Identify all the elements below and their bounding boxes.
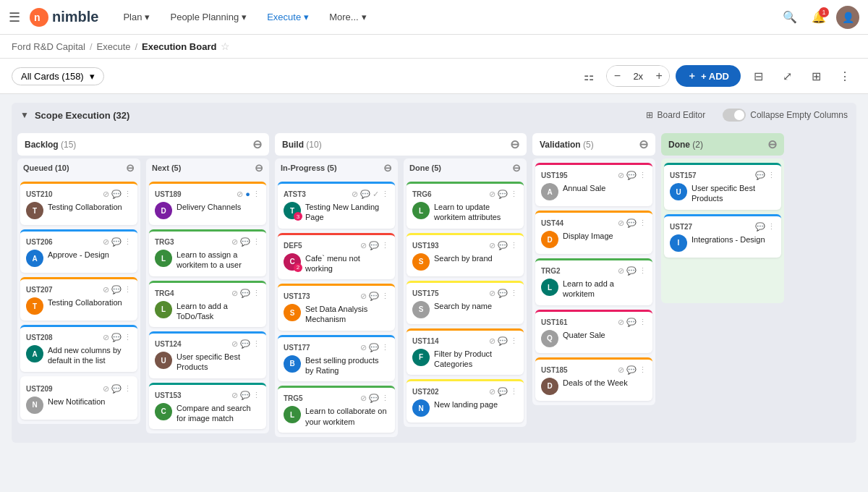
- breadcrumb-ford[interactable]: Ford R&D Capital: [12, 41, 85, 52]
- card-UST195[interactable]: UST195 ⊘ 💬 ⋮ A Annual Sale: [535, 163, 652, 206]
- next-collapse-icon[interactable]: ⊖: [255, 162, 263, 174]
- card-UST208[interactable]: UST208 ⊘ 💬 ⋮ A Add new columns by defaul…: [20, 325, 137, 372]
- collapse-empty-toggle[interactable]: Collapse Empty Columns: [723, 109, 848, 122]
- card-TRG4[interactable]: TRG4 ⊘ 💬 ⋮ L Learn to add a ToDo/Task: [149, 281, 266, 328]
- nav-people-planning[interactable]: People Planning ▾: [163, 7, 254, 27]
- more-icon[interactable]: ⋮: [639, 318, 647, 327]
- zoom-out-button[interactable]: −: [607, 66, 627, 86]
- more-icon[interactable]: ⋮: [639, 365, 647, 375]
- done-build-collapse-icon[interactable]: ⊖: [512, 162, 521, 174]
- card-UST202[interactable]: UST202 ⊘ 💬 ⋮ N New landing page: [407, 379, 524, 423]
- breadcrumb-execution-board[interactable]: Execution Board: [142, 41, 216, 52]
- card-UST44[interactable]: UST44 ⊘ 💬 ⋮ D Display Image: [535, 211, 652, 254]
- card-UST193[interactable]: UST193 ⊘ 💬 ⋮ S Search by brand: [407, 233, 524, 276]
- card-icons: ⊘ 💬 ⋮: [618, 365, 647, 375]
- card-title: New Notification: [48, 396, 105, 407]
- done-collapse-icon[interactable]: ⊖: [767, 137, 777, 151]
- more-icon[interactable]: ⋮: [767, 222, 775, 232]
- done-label: Done (2): [668, 140, 703, 150]
- more-icon[interactable]: ⋮: [381, 241, 389, 250]
- more-icon[interactable]: ⋮: [252, 391, 260, 400]
- more-icon[interactable]: ⋮: [252, 289, 260, 298]
- card-UST189[interactable]: UST189 ⊘ ● ⋮ D Delivery Channels: [149, 182, 266, 225]
- more-options-button[interactable]: ⋮: [833, 64, 856, 88]
- user-avatar[interactable]: 👤: [836, 6, 859, 29]
- cards-filter-dropdown[interactable]: All Cards (158) ▾: [12, 67, 104, 85]
- card-title: Search by name: [434, 301, 492, 311]
- in-progress-column: In-Progress (5) ⊖ ATST3 ⊘ 💬 ✓ ⋮: [275, 158, 398, 437]
- card-UST114[interactable]: UST114 ⊘ 💬 ⋮ F Filter by Product Categor…: [407, 328, 524, 376]
- card-ATST3[interactable]: ATST3 ⊘ 💬 ✓ ⋮ T: [278, 182, 395, 229]
- block-icon: ⊘: [489, 241, 495, 250]
- breadcrumb-execute[interactable]: Execute: [97, 41, 131, 52]
- hamburger-icon[interactable]: ☰: [9, 9, 20, 25]
- card-UST124[interactable]: UST124 ⊘ 💬 ⋮ U User specific Best Produc…: [149, 331, 266, 378]
- card-UST27[interactable]: UST27 💬 ⋮ I Integrations - Design: [664, 214, 781, 258]
- more-icon[interactable]: ⋮: [767, 171, 775, 180]
- board-editor-button[interactable]: ⊞ Board Editor: [646, 110, 706, 120]
- more-icon[interactable]: ⋮: [510, 241, 518, 250]
- more-icon[interactable]: ⋮: [381, 343, 389, 352]
- card-UST207[interactable]: UST207 ⊘ 💬 ⋮ T Testing Collaboration: [20, 277, 137, 321]
- card-id: UST207: [26, 286, 53, 294]
- more-icon[interactable]: ⋮: [381, 292, 389, 301]
- card-UST209[interactable]: UST209 ⊘ 💬 ⋮ N New Notification: [20, 376, 137, 420]
- card-title: Display Image: [563, 231, 613, 241]
- more-icon[interactable]: ⋮: [639, 171, 647, 180]
- more-icon[interactable]: ⋮: [124, 285, 132, 294]
- card-UST157[interactable]: UST157 💬 ⋮ U User specific Best Products: [664, 163, 781, 210]
- collapse-toggle-switch[interactable]: [723, 109, 746, 122]
- queued-collapse-icon[interactable]: ⊖: [126, 162, 135, 174]
- backlog-collapse-icon[interactable]: ⊖: [252, 137, 262, 151]
- card-TRG3[interactable]: TRG3 ⊘ 💬 ⋮ L Learn to assign a workitem …: [149, 229, 266, 276]
- search-button[interactable]: 🔍: [778, 6, 801, 29]
- card-UST210[interactable]: UST210 ⊘ 💬 ⋮ T Testing Collaboration: [20, 182, 137, 225]
- more-icon[interactable]: ⋮: [124, 190, 132, 199]
- breadcrumb-sep1: /: [90, 41, 93, 52]
- more-icon[interactable]: ⋮: [252, 190, 260, 199]
- more-icon[interactable]: ⋮: [510, 387, 518, 396]
- card-TRG6[interactable]: TRG6 ⊘ 💬 ⋮ L Learn to update workitem at…: [407, 182, 524, 229]
- nav-execute[interactable]: Execute ▾: [260, 7, 316, 27]
- more-icon[interactable]: ⋮: [510, 289, 518, 298]
- done-column: UST157 💬 ⋮ U User specific Best Products: [661, 158, 784, 303]
- nav-plan[interactable]: Plan ▾: [116, 7, 157, 27]
- nav-more[interactable]: More... ▾: [322, 7, 373, 27]
- more-icon[interactable]: ⋮: [510, 190, 518, 199]
- scope-toggle-icon[interactable]: ▼: [20, 110, 29, 120]
- card-DEF5[interactable]: DEF5 ⊘ 💬 ⋮ C 2: [278, 233, 395, 280]
- zoom-in-button[interactable]: +: [649, 66, 669, 86]
- card-UST185[interactable]: UST185 ⊘ 💬 ⋮ D Deals of the Week: [535, 357, 652, 401]
- comment-icon: 💬: [111, 384, 122, 394]
- more-icon[interactable]: ⋮: [639, 266, 647, 276]
- add-button[interactable]: ＋ + ADD: [676, 65, 741, 87]
- group-by-button[interactable]: ⚏: [577, 64, 600, 88]
- more-icon[interactable]: ⋮: [124, 384, 132, 394]
- notification-button[interactable]: 🔔 1: [807, 6, 830, 29]
- card-UST161[interactable]: UST161 ⊘ 💬 ⋮ Q Quater Sale: [535, 310, 652, 353]
- card-icons: ⊘ 💬 ⋮: [489, 190, 518, 199]
- more-icon[interactable]: ⋮: [124, 333, 132, 342]
- more-icon[interactable]: ⋮: [639, 219, 647, 228]
- build-collapse-icon[interactable]: ⊖: [510, 137, 519, 151]
- in-progress-collapse-icon[interactable]: ⊖: [383, 162, 392, 174]
- block-icon: ⊘: [489, 336, 495, 346]
- validation-collapse-icon[interactable]: ⊖: [639, 137, 648, 151]
- more-icon[interactable]: ⋮: [124, 237, 132, 247]
- filter-button[interactable]: ⊟: [746, 64, 770, 88]
- more-icon[interactable]: ⋮: [252, 237, 260, 247]
- more-icon[interactable]: ⋮: [381, 190, 389, 199]
- card-UST206[interactable]: UST206 ⊘ 💬 ⋮ A Approve - Design: [20, 229, 137, 273]
- card-TRG5[interactable]: TRG5 ⊘ 💬 ⋮ L Learn to collaborate on you…: [278, 386, 395, 433]
- card-TRG2[interactable]: TRG2 ⊘ 💬 ⋮ L Learn to add a workitem: [535, 258, 652, 305]
- card-UST173[interactable]: UST173 ⊘ 💬 ⋮ S Set Data Analysis Mechani…: [278, 284, 395, 331]
- grid-view-button[interactable]: ⊞: [804, 64, 827, 88]
- more-icon[interactable]: ⋮: [510, 336, 518, 346]
- fullscreen-button[interactable]: ⤢: [775, 64, 799, 88]
- favorite-star-icon[interactable]: ☆: [221, 41, 230, 52]
- more-icon[interactable]: ⋮: [381, 394, 389, 403]
- card-UST153[interactable]: UST153 ⊘ 💬 ⋮ C Compare and search for im…: [149, 383, 266, 430]
- card-UST175[interactable]: UST175 ⊘ 💬 ⋮ S Search by name: [407, 281, 524, 324]
- card-UST177[interactable]: UST177 ⊘ 💬 ⋮ B Best selling products by …: [278, 335, 395, 382]
- more-icon[interactable]: ⋮: [252, 339, 260, 349]
